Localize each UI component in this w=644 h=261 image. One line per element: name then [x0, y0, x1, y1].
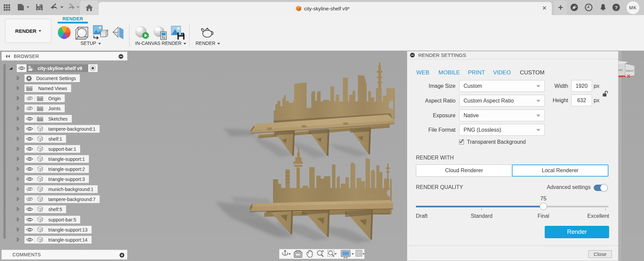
- svg-text:RIGHT: RIGHT: [626, 69, 634, 72]
- svg-text:?: ?: [614, 5, 618, 10]
